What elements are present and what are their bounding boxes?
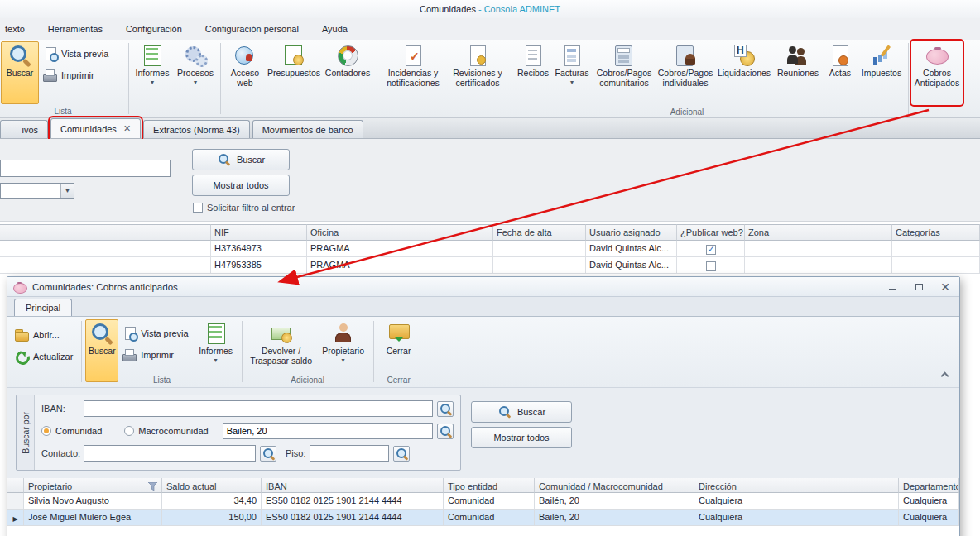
cell-categorias	[892, 257, 980, 274]
tab-partial[interactable]: ivos	[0, 120, 48, 138]
menu-item-configuracion[interactable]: Configuración	[126, 24, 182, 34]
column-header-iban[interactable]: IBAN	[262, 478, 444, 493]
table-row[interactable]: ▶ José Miguel Mulero Egea 150,00 ES50 01…	[7, 510, 959, 526]
main-buscar-button[interactable]: Buscar	[192, 149, 290, 170]
column-header-departamento[interactable]: Departamento	[899, 478, 959, 493]
dialog-toolbar: Abrir... Actualizar Buscar Vista previa	[7, 317, 959, 388]
ribbon-button-recibos[interactable]: Recibos	[516, 41, 550, 104]
vista-previa-button[interactable]: Vista previa	[42, 46, 108, 61]
ribbon-button-incidencias[interactable]: Incidencias y notificaciones	[381, 41, 445, 104]
menu-item-texto[interactable]: texto	[5, 24, 25, 34]
column-header-categorias[interactable]: Categorías	[892, 224, 980, 241]
table-row[interactable]: Silvia Novo Augusto 34,40 ES50 0182 0125…	[7, 493, 959, 510]
menu-item-configuracion-personal[interactable]: Configuración personal	[205, 24, 299, 34]
column-header-fecha-alta[interactable]: Fecha de alta	[493, 224, 586, 241]
dialog-titlebar[interactable]: Comunidades: Cobros anticipados ✕	[7, 277, 959, 297]
solicitar-filtro-checkbox[interactable]	[193, 203, 203, 213]
ribbon-button-cobros-pagos-individuales[interactable]: Cobros/Pagos individuales	[656, 41, 714, 104]
comunidad-input[interactable]	[223, 423, 433, 439]
actualizar-button[interactable]: Actualizar	[14, 349, 73, 364]
minimize-button[interactable]	[883, 280, 901, 294]
column-header-zona[interactable]: Zona	[745, 224, 892, 241]
dialog-buscar-action-button[interactable]: Buscar	[471, 401, 572, 423]
ribbon-button-procesos[interactable]: Procesos ▾	[174, 41, 217, 104]
ribbon-button-cobros-pagos-comunitarios[interactable]: Cobros/Pagos comunitarios	[593, 41, 655, 104]
contacto-search-button[interactable]	[260, 446, 276, 462]
column-header-usuario[interactable]: Usuario asignado	[586, 224, 677, 241]
publicar-web-checkbox[interactable]	[706, 245, 716, 255]
column-header-oficina[interactable]: Oficina	[307, 224, 493, 241]
row-selector	[7, 493, 24, 510]
restore-button[interactable]	[910, 280, 928, 294]
dropdown-arrow-icon: ▾	[342, 357, 345, 364]
table-row[interactable]: H47953385 PRAGMA David Quintas Alc...	[0, 257, 980, 274]
dialog-vista-previa-button[interactable]: Vista previa	[122, 326, 188, 341]
toolbar-separator	[373, 321, 374, 382]
main-filter-combo[interactable]: ▼	[0, 183, 74, 199]
column-header-propietario[interactable]: Propietario	[24, 478, 162, 493]
iban-search-button[interactable]	[437, 401, 454, 417]
comunidad-search-button[interactable]	[437, 424, 454, 439]
tab-movimientos-banco[interactable]: Movimientos de banco	[252, 120, 363, 138]
abrir-button[interactable]: Abrir...	[14, 328, 73, 342]
tab-extractos[interactable]: Extractos (Norma 43)	[143, 120, 250, 138]
ribbon-button-revisiones[interactable]: Revisiones y certificados	[447, 41, 508, 104]
cell-propietario: Silvia Novo Augusto	[24, 493, 162, 510]
close-button[interactable]: ✕	[936, 280, 954, 294]
comunidad-radio[interactable]	[41, 426, 51, 436]
filter-icon[interactable]	[148, 482, 157, 491]
budget-table-icon	[282, 44, 305, 67]
collapse-ribbon-button[interactable]	[939, 369, 951, 380]
dialog-mostrar-todos-button[interactable]: Mostrar todos	[471, 427, 572, 448]
cell-saldo: 150,00	[162, 510, 262, 526]
piso-search-button[interactable]	[393, 446, 410, 462]
ribbon-button-impuestos[interactable]: Impuestos	[858, 41, 905, 104]
menu-item-ayuda[interactable]: Ayuda	[322, 24, 348, 34]
dropdown-arrow-icon: ▾	[194, 79, 197, 86]
column-header-blank[interactable]	[0, 224, 211, 241]
piso-input[interactable]	[310, 445, 389, 462]
tab-comunidades[interactable]: Comunidades ✕	[50, 118, 141, 138]
column-header-nif[interactable]: NIF	[211, 224, 307, 241]
devolver-traspasar-button[interactable]: Devolver / Traspasar saldo	[246, 319, 317, 382]
column-header-tipo-entidad[interactable]: Tipo entidad	[444, 478, 535, 493]
ribbon-button-cobros-anticipados[interactable]: Cobros Anticipados	[912, 41, 962, 104]
cell-tipo: Comunidad	[444, 493, 535, 510]
main-search-input[interactable]	[0, 160, 171, 177]
printer-icon	[42, 68, 57, 83]
propietario-button[interactable]: Propietario ▾	[317, 319, 370, 382]
table-row[interactable]: H37364973 PRAGMA David Quintas Alc...	[0, 241, 980, 257]
cerrar-button[interactable]: Cerrar	[377, 319, 420, 382]
column-header-publicar-web[interactable]: ¿Publicar web?	[677, 224, 745, 241]
table-header-row: Propietario Saldo actual IBAN Tipo entid…	[7, 478, 959, 493]
iban-input[interactable]	[84, 400, 433, 417]
main-mostrar-todos-button[interactable]: Mostrar todos	[192, 175, 290, 196]
ribbon-button-informes[interactable]: Informes ▾	[132, 41, 172, 104]
dialog-group-adicional: Devolver / Traspasar saldo Propietario ▾…	[246, 319, 370, 385]
column-header-comunidad[interactable]: Comunidad / Macrocomunidad	[535, 478, 694, 493]
close-tab-icon[interactable]: ✕	[123, 124, 131, 133]
column-header-direccion[interactable]: Dirección	[694, 478, 899, 493]
dialog-informes-button[interactable]: Informes ▾	[194, 319, 238, 382]
publicar-web-checkbox[interactable]	[706, 261, 716, 271]
ribbon-button-actas[interactable]: Actas	[824, 41, 857, 104]
cell-fecha-alta	[493, 257, 586, 274]
dialog-buscar-button[interactable]: Buscar	[85, 319, 118, 382]
ribbon-button-facturas[interactable]: Facturas ▾	[552, 41, 592, 104]
imprimir-button[interactable]: Imprimir	[42, 68, 108, 83]
column-header-saldo-actual[interactable]: Saldo actual	[162, 478, 262, 493]
search-icon	[262, 447, 275, 460]
ribbon-button-liquidaciones[interactable]: Liquidaciones	[716, 41, 772, 104]
macrocomunidad-radio[interactable]	[124, 426, 134, 436]
ribbon-button-acceso-web[interactable]: Acceso web	[224, 41, 266, 104]
menu-item-herramientas[interactable]: Herramientas	[48, 24, 103, 34]
ribbon-button-reuniones[interactable]: Reuniones	[774, 41, 822, 104]
dialog-tab-principal[interactable]: Principal	[14, 299, 72, 316]
ribbon-buscar-button[interactable]: Buscar	[1, 41, 39, 104]
ribbon-separator	[908, 43, 909, 114]
dialog-imprimir-button[interactable]: Imprimir	[122, 347, 188, 362]
ribbon-button-presupuestos[interactable]: Presupuestos	[267, 41, 320, 104]
ribbon-button-contadores[interactable]: Contadores	[322, 41, 373, 104]
cell-departamento: Cualquiera	[899, 510, 959, 526]
contacto-input[interactable]	[84, 445, 256, 462]
